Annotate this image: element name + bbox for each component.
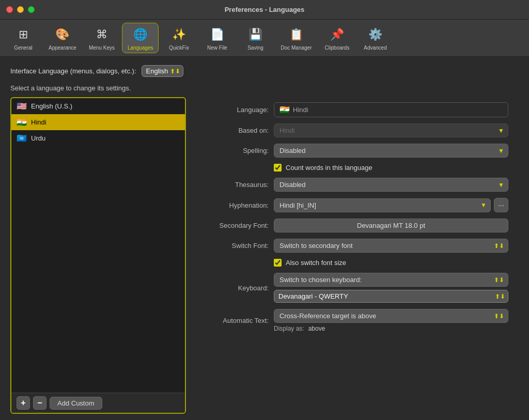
count-words-row: Count words in this language xyxy=(274,164,508,172)
spelling-dropdown-wrapper[interactable]: Disabled Enabled ▼ xyxy=(274,144,508,158)
toolbar-label-languages: Languages xyxy=(128,45,153,51)
language-flag: 🇮🇳 xyxy=(279,105,290,115)
toolbar-label-appearance: Appearance xyxy=(49,45,76,51)
spelling-select[interactable]: Disabled Enabled xyxy=(274,144,508,158)
based-on-row: Based on: Hindi ▼ xyxy=(196,123,508,137)
toolbar-label-new-file: New File xyxy=(207,45,227,51)
toolbar-item-new-file[interactable]: 📄 New File xyxy=(199,23,235,53)
clipboards-icon: 📌 xyxy=(328,25,347,44)
title-bar: Preferences - Languages xyxy=(0,0,529,20)
new-file-icon: 📄 xyxy=(208,25,226,44)
toolbar: ⊞ General 🎨 Appearance ⌘ Menu Keys 🌐 Lan… xyxy=(0,20,529,57)
interface-language-row: Interface Language (menus, dialogs, etc.… xyxy=(10,65,519,77)
hyphenation-select-wrapper[interactable]: Hindi [hi_IN] None ▼ xyxy=(274,198,491,212)
toolbar-label-menu-keys: Menu Keys xyxy=(89,45,115,51)
interface-language-label: Interface Language (menus, dialogs, etc.… xyxy=(10,67,136,75)
also-switch-size-row: Also switch font size xyxy=(274,259,508,267)
keyboard-label: Keyboard: xyxy=(196,284,269,292)
maximize-button[interactable] xyxy=(28,6,35,13)
appearance-icon: 🎨 xyxy=(53,25,72,44)
keyboard-dropdown-wrapper[interactable]: Switch to chosen keyboard: Do not switch… xyxy=(274,273,508,287)
window-controls[interactable] xyxy=(6,6,35,13)
automatic-text-dropdown-wrapper[interactable]: Cross-Reference target is above None ⬆⬇ xyxy=(274,309,508,323)
quickfix-icon: ✨ xyxy=(169,25,188,44)
language-item-hi[interactable]: 🇮🇳 Hindi xyxy=(11,114,185,130)
based-on-select-wrapper[interactable]: Hindi ▼ xyxy=(274,123,508,137)
language-name-ur: Urdu xyxy=(31,134,45,142)
content-area: Interface Language (menus, dialogs, etc.… xyxy=(0,57,529,420)
keyboard-controls: Switch to chosen keyboard: Do not switch… xyxy=(274,273,508,303)
hyphenation-row: Hyphenation: Hindi [hi_IN] None ▼ ··· xyxy=(196,198,508,212)
add-language-button[interactable]: + xyxy=(17,396,30,410)
toolbar-item-quickfix[interactable]: ✨ QuickFix xyxy=(161,23,197,53)
saving-icon: 💾 xyxy=(246,25,264,44)
window-title: Preferences - Languages xyxy=(225,6,305,13)
settings-panel: Language: 🇮🇳 Hindi Based on: Hindi ▼ S xyxy=(186,97,519,414)
automatic-text-label: Automatic Text: xyxy=(196,317,269,324)
main-columns: 🇺🇸 English (U.S.) 🇮🇳 Hindi 🇺🇳 Urdu + − A… xyxy=(10,97,519,414)
toolbar-item-appearance[interactable]: 🎨 Appearance xyxy=(43,23,82,53)
also-switch-size-checkbox[interactable] xyxy=(274,259,282,267)
keyboard-select[interactable]: Switch to chosen keyboard: Do not switch xyxy=(274,273,508,287)
based-on-select[interactable]: Hindi xyxy=(274,123,508,137)
thesaurus-row: Thesaurus: Disabled Enabled ▼ xyxy=(196,178,508,192)
automatic-text-row: Automatic Text: Cross-Reference target i… xyxy=(196,309,508,332)
toolbar-item-doc-manager[interactable]: 📋 Doc Manager xyxy=(275,23,317,53)
toolbar-item-languages[interactable]: 🌐 Languages xyxy=(122,23,159,53)
toolbar-item-clipboards[interactable]: 📌 Clipboards xyxy=(319,23,355,53)
interface-language-select-wrapper[interactable]: English Spanish French German ⬆⬇ xyxy=(142,65,183,77)
toolbar-label-quickfix: QuickFix xyxy=(169,45,189,51)
count-words-label: Count words in this language xyxy=(286,164,372,172)
display-as-row: Display as: above xyxy=(274,325,508,332)
close-button[interactable] xyxy=(6,6,13,13)
doc-manager-icon: 📋 xyxy=(287,25,305,44)
language-list: 🇺🇸 English (U.S.) 🇮🇳 Hindi 🇺🇳 Urdu xyxy=(11,98,185,393)
switch-font-select[interactable]: Switch to secondary font Do not switch xyxy=(274,239,508,253)
toolbar-item-menu-keys[interactable]: ⌘ Menu Keys xyxy=(84,23,120,53)
toolbar-label-clipboards: Clipboards xyxy=(325,45,350,51)
language-field-label: Language: xyxy=(196,106,269,114)
language-item-ur[interactable]: 🇺🇳 Urdu xyxy=(11,130,185,146)
thesaurus-dropdown-wrapper[interactable]: Disabled Enabled ▼ xyxy=(274,178,508,192)
toolbar-label-doc-manager: Doc Manager xyxy=(281,45,312,51)
switch-font-dropdown-wrapper[interactable]: Switch to secondary font Do not switch ⬆… xyxy=(274,239,508,253)
secondary-font-label: Secondary Font: xyxy=(196,222,269,229)
hyphenation-select[interactable]: Hindi [hi_IN] None xyxy=(274,198,491,212)
language-name-hi: Hindi xyxy=(31,118,46,126)
hyphenation-label: Hyphenation: xyxy=(196,201,269,209)
flag-ur: 🇺🇳 xyxy=(17,133,27,143)
minimize-button[interactable] xyxy=(17,6,24,13)
toolbar-item-saving[interactable]: 💾 Saving xyxy=(237,23,273,53)
display-as-label: Display as: xyxy=(274,325,304,332)
flag-hi: 🇮🇳 xyxy=(17,117,27,127)
toolbar-label-advanced: Advanced xyxy=(364,45,386,51)
remove-language-button[interactable]: − xyxy=(33,396,46,410)
add-custom-button[interactable]: Add Custom xyxy=(50,397,102,410)
interface-language-select[interactable]: English Spanish French German xyxy=(142,65,183,77)
secondary-font-row: Secondary Font: Devanagari MT 18.0 pt xyxy=(196,219,508,232)
also-switch-size-label: Also switch font size xyxy=(286,259,346,267)
hyphenation-controls: Hindi [hi_IN] None ▼ ··· xyxy=(274,198,508,212)
language-input-wrapper: 🇮🇳 Hindi xyxy=(274,102,508,117)
toolbar-item-general[interactable]: ⊞ General xyxy=(5,23,41,53)
languages-icon: 🌐 xyxy=(131,25,150,44)
automatic-text-select[interactable]: Cross-Reference target is above None xyxy=(274,309,508,323)
automatic-text-controls: Cross-Reference target is above None ⬆⬇ … xyxy=(274,309,508,332)
hyphenation-extra-button[interactable]: ··· xyxy=(494,198,508,212)
thesaurus-select[interactable]: Disabled Enabled xyxy=(274,178,508,192)
menu-keys-icon: ⌘ xyxy=(92,25,111,44)
language-item-en-us[interactable]: 🇺🇸 English (U.S.) xyxy=(11,98,185,114)
based-on-label: Based on: xyxy=(196,127,269,134)
toolbar-label-saving: Saving xyxy=(247,45,263,51)
keyboard-layout-wrapper[interactable]: Devanagari - QWERTY ABC ⬆⬇ xyxy=(274,290,508,303)
keyboard-layout-select[interactable]: Devanagari - QWERTY ABC xyxy=(274,290,508,303)
spelling-row: Spelling: Disabled Enabled ▼ xyxy=(196,144,508,158)
keyboard-row: Keyboard: Switch to chosen keyboard: Do … xyxy=(196,273,508,303)
language-list-container: 🇺🇸 English (U.S.) 🇮🇳 Hindi 🇺🇳 Urdu + − A… xyxy=(10,97,186,414)
display-as-value: above xyxy=(308,325,325,332)
secondary-font-button[interactable]: Devanagari MT 18.0 pt xyxy=(274,219,508,232)
toolbar-item-advanced[interactable]: ⚙️ Advanced xyxy=(357,23,394,53)
advanced-icon: ⚙️ xyxy=(366,25,385,44)
count-words-checkbox[interactable] xyxy=(274,164,282,172)
language-name-en-us: English (U.S.) xyxy=(31,102,72,110)
